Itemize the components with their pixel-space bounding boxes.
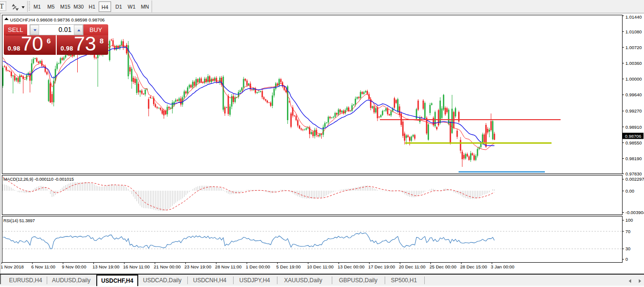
svg-text:1.01080: 1.01080 [625,29,642,34]
svg-text:23 Nov 19:00: 23 Nov 19:00 [184,264,212,269]
svg-text:13 Dec 00:00: 13 Dec 00:00 [337,264,365,269]
svg-text:0.99270: 0.99270 [625,108,642,113]
svg-text:MACD(12,26,9) -0.000110 -0.001: MACD(12,26,9) -0.000110 -0.001015 [3,177,74,182]
svg-text:0: 0 [625,256,628,262]
svg-text:0.97830: 0.97830 [625,171,642,176]
svg-text:21 Nov 00:00: 21 Nov 00:00 [154,264,181,269]
svg-text:0.002297: 0.002297 [625,176,644,182]
svg-text:0.98550: 0.98550 [625,140,642,145]
svg-text:0.98190: 0.98190 [625,156,642,161]
svg-text:0.98706: 0.98706 [625,133,641,139]
svg-text:1.00720: 1.00720 [625,45,642,50]
svg-text:16 Nov 11:00: 16 Nov 11:00 [123,264,150,269]
svg-text:RSI(14) 51.3897: RSI(14) 51.3897 [3,218,35,223]
svg-text:30: 30 [625,246,631,251]
svg-text:3 Jan 00:00: 3 Jan 00:00 [491,264,515,269]
svg-text:20 Dec 11:00: 20 Dec 11:00 [399,264,426,269]
svg-text:1.01440: 1.01440 [625,14,642,20]
svg-text:70: 70 [625,229,631,234]
svg-text:USDCHF,H4 0.98608 0.98736 0.9: USDCHF,H4 0.98608 0.98736 0.98598 0.9870… [10,17,105,22]
svg-text:1 Nov 2018: 1 Nov 2018 [0,264,24,269]
svg-text:13 Nov 19:00: 13 Nov 19:00 [92,264,120,269]
svg-text:0.98910: 0.98910 [625,124,642,130]
svg-text:28 Nov 11:00: 28 Nov 11:00 [215,264,242,269]
svg-text:0.99640: 0.99640 [625,92,642,97]
svg-text:100: 100 [625,217,633,223]
svg-text:10 Dec 11:00: 10 Dec 11:00 [307,264,334,269]
svg-text:9 Nov 00:00: 9 Nov 00:00 [62,264,86,269]
svg-text:25 Dec 00:00: 25 Dec 00:00 [429,264,457,269]
svg-text:1 Dec 00:00: 1 Dec 00:00 [245,264,270,269]
svg-text:28 Dec 15:00: 28 Dec 15:00 [460,264,487,269]
svg-text:1.00360: 1.00360 [625,61,642,66]
svg-text:17 Dec 19:00: 17 Dec 19:00 [368,264,395,269]
svg-text:-0.003904: -0.003904 [625,210,644,215]
svg-text:5 Dec 19:00: 5 Dec 19:00 [276,264,301,269]
svg-text:1.00000: 1.00000 [625,76,642,82]
svg-text:6 Nov 11:00: 6 Nov 11:00 [31,264,56,269]
svg-text:0.00: 0.00 [625,188,634,194]
